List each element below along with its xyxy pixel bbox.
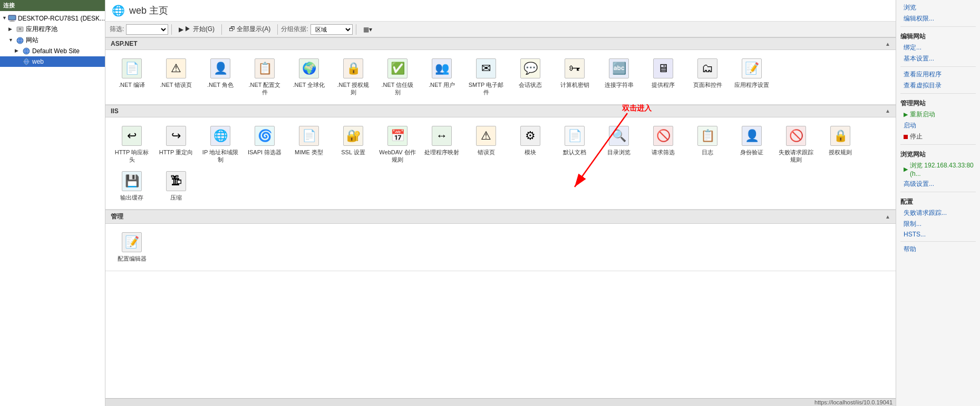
right-link-viewvdir[interactable]: 查看虚拟目录 (896, 80, 980, 91)
icon-label-authrules: 授权规则 (829, 148, 852, 156)
icon-visual-modules: ⚙ (520, 126, 540, 146)
icon-item-modules[interactable]: ⚙ 模块 (509, 123, 551, 166)
icon-item-compress[interactable]: 🗜 压缩 (155, 168, 197, 204)
right-link-restart[interactable]: ▶重新启动 (896, 109, 980, 120)
icon-label-webdav: WebDAV 创作规则 (379, 148, 416, 164)
icon-item-reqfilter[interactable]: 🚫 请求筛选 (642, 123, 684, 166)
right-divider-0 (900, 26, 976, 27)
icon-item-net-error[interactable]: ⚠ .NET 错误页 (155, 55, 197, 99)
icon-img-errorpage: ⚠ (476, 125, 497, 146)
icon-item-session[interactable]: 💬 会话状态 (509, 55, 551, 99)
tree-item-apppool[interactable]: ▶ 应用程序池 (0, 24, 105, 35)
icon-label-smtp: SMTP 电子邮件 (468, 81, 504, 96)
icon-item-configeditor[interactable]: 📝 配置编辑器 (111, 229, 153, 265)
tree-label-server: DESKTOP-RCU78S1 (DESK... (18, 15, 105, 22)
icon-item-logging[interactable]: 📋 日志 (686, 123, 729, 166)
section-header-manage[interactable]: 管理▲ (105, 210, 896, 224)
icon-item-net-compile[interactable]: 📄 .NET 编译 (111, 55, 153, 99)
icon-visual-logging: 📋 (697, 126, 717, 146)
icon-label-configeditor: 配置编辑器 (118, 255, 147, 262)
icon-label-output: 输出缓存 (120, 194, 143, 201)
icon-visual-defaultdoc: 📄 (565, 126, 585, 146)
right-link-start[interactable]: 启动 (896, 120, 980, 131)
right-link-browseurl[interactable]: ▶浏览 192.168.43.33:80 (h... (896, 160, 980, 179)
icon-item-mime[interactable]: 📄 MIME 类型 (288, 123, 330, 166)
icon-item-net-role[interactable]: 👤 .NET 角色 (199, 55, 241, 99)
icon-item-net-user[interactable]: 👥 .NET 用户 (421, 55, 463, 99)
icon-item-failedreq[interactable]: 🚫 失败请求跟踪规则 (775, 123, 817, 166)
right-panel: 浏览编辑权限...编辑网站绑定...基本设置...查看应用程序查看虚拟目录管理网… (896, 0, 980, 406)
icon-item-isapi[interactable]: 🌀 ISAPI 筛选器 (244, 123, 286, 166)
icon-item-appsetting[interactable]: 📝 应用程序设置 (731, 55, 773, 99)
icon-img-mime: 📄 (298, 125, 319, 146)
right-link-basicsetting[interactable]: 基本设置... (896, 53, 980, 64)
tree-item-defaultsite[interactable]: ▶ Default Web Site (0, 46, 105, 56)
toolbar: 筛选: ▶ ▶ 开始(G) 🗗 全部显示(A) 分组依据: 区域 ▦▾ (105, 22, 896, 37)
tree-item-sites[interactable]: ▼ 网站 (0, 35, 105, 46)
icon-item-authrules[interactable]: 🔒 授权规则 (819, 123, 861, 166)
icon-item-ip-restrict[interactable]: 🌐 IP 地址和域限制 (199, 123, 241, 166)
icon-item-handler[interactable]: ↔ 处理程序映射 (421, 123, 463, 166)
icon-label-authent: 身份验证 (740, 148, 763, 156)
show-all-button[interactable]: 🗗 全部显示(A) (225, 23, 274, 35)
icon-item-net-trust[interactable]: ✅ .NET 信任级别 (376, 55, 419, 99)
tree-item-web[interactable]: web (0, 56, 105, 67)
toolbar-sep-2 (221, 24, 222, 35)
section-iis: IIS▲ ↩ HTTP 响应标头 ↪ HTTP 重定向 🌐 IP 地址和域限制 … (105, 105, 896, 210)
right-link-advancedsetting[interactable]: 高级设置... (896, 179, 980, 190)
groupby-select[interactable]: 区域 (311, 24, 353, 35)
view-button[interactable]: ▦▾ (360, 24, 376, 35)
icon-img-machinekey: 🗝 (564, 58, 585, 79)
icon-item-http-redirect[interactable]: ↪ HTTP 重定向 (155, 123, 197, 166)
icon-label-ssl: SSL 设置 (341, 148, 365, 156)
icon-visual-smtp: ✉ (476, 58, 496, 78)
status-right: https://localhost/iis/10.0.19041 (814, 399, 892, 405)
right-link-help[interactable]: 帮助 (896, 244, 980, 255)
icon-visual-reqfilter: 🚫 (653, 126, 673, 146)
icon-img-http-redirect: ↪ (166, 125, 187, 146)
icon-item-pagecontrol[interactable]: 🗂 页面和控件 (686, 55, 729, 99)
right-link-stop[interactable]: 停止 (896, 131, 980, 142)
icon-item-net-global[interactable]: 🌍 .NET 全球化 (288, 55, 330, 99)
icon-item-machinekey[interactable]: 🗝 计算机密钥 (554, 55, 596, 99)
icon-item-webdav[interactable]: 📅 WebDAV 创作规则 (376, 123, 419, 166)
icon-item-net-config[interactable]: 📋 .NET 配置文件 (244, 55, 286, 99)
right-link-bind[interactable]: 绑定... (896, 42, 980, 53)
icon-img-appsetting: 📝 (741, 58, 762, 79)
right-divider-4 (900, 192, 976, 192)
right-link-failedreqconfig[interactable]: 失败请求跟踪... (896, 207, 980, 219)
icon-item-output[interactable]: 💾 输出缓存 (111, 168, 153, 204)
filter-select[interactable] (126, 24, 168, 35)
right-link-viewapp[interactable]: 查看应用程序 (896, 69, 980, 80)
icon-visual-net-role: 👤 (210, 58, 230, 78)
section-header-aspnet[interactable]: ASP.NET▲ (105, 37, 896, 50)
icon-label-net-error: .NET 错误页 (160, 81, 192, 88)
icon-item-connstr[interactable]: 🔤 连接字符串 (598, 55, 640, 99)
icon-item-provider[interactable]: 🖥 提供程序 (642, 55, 684, 99)
right-link-limits[interactable]: 限制... (896, 219, 980, 230)
icon-label-isapi: ISAPI 筛选器 (248, 148, 282, 156)
start-button[interactable]: ▶ ▶ 开始(G) (175, 23, 218, 35)
icon-item-dirbrowse[interactable]: 🔍 目录浏览 (598, 123, 640, 166)
icon-item-ssl[interactable]: 🔐 SSL 设置 (332, 123, 374, 166)
icon-img-webdav: 📅 (387, 125, 408, 146)
tree-item-server[interactable]: ▼ DESKTOP-RCU78S1 (DESK... (0, 13, 105, 24)
icon-img-configeditor: 📝 (121, 232, 142, 253)
icon-item-authent[interactable]: 👤 身份验证 (731, 123, 773, 166)
section-collapse-manage[interactable]: ▲ (885, 214, 890, 220)
icon-item-http-response[interactable]: ↩ HTTP 响应标头 (111, 123, 153, 166)
icon-label-net-auth: .NET 授权规则 (335, 81, 372, 96)
right-link-browse[interactable]: 浏览 (896, 2, 980, 13)
section-collapse-aspnet[interactable]: ▲ (885, 41, 890, 47)
icon-label-session: 会话状态 (519, 81, 542, 88)
section-collapse-iis[interactable]: ▲ (885, 108, 890, 114)
icon-visual-authent: 👤 (742, 126, 762, 146)
right-link-hsts[interactable]: HSTS... (896, 230, 980, 239)
icon-item-net-auth[interactable]: 🔒 .NET 授权规则 (332, 55, 374, 99)
right-link-editperm[interactable]: 编辑权限... (896, 13, 980, 24)
icon-item-errorpage[interactable]: ⚠ 错误页 (465, 123, 507, 166)
icon-item-defaultdoc[interactable]: 📄 默认文档 (554, 123, 596, 166)
icon-item-smtp[interactable]: ✉ SMTP 电子邮件 (465, 55, 507, 99)
icon-img-isapi: 🌀 (254, 125, 275, 146)
section-header-iis[interactable]: IIS▲ (105, 105, 896, 117)
